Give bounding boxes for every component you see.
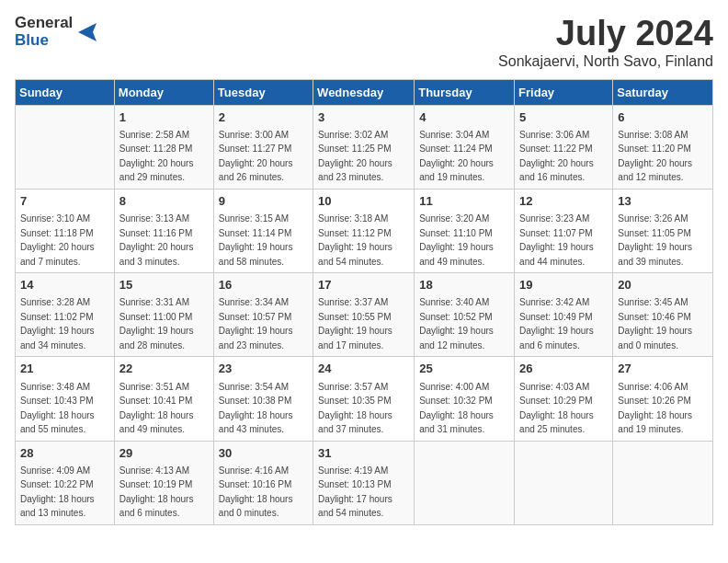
day-number: 16 (219, 277, 308, 293)
day-number: 22 (119, 361, 209, 377)
day-number: 5 (519, 109, 608, 126)
day-cell: 6Sunrise: 3:08 AM Sunset: 11:20 PM Dayli… (613, 105, 713, 189)
day-cell: 3Sunrise: 3:02 AM Sunset: 11:25 PM Dayli… (313, 105, 415, 189)
day-info: Sunrise: 3:45 AM Sunset: 10:46 PM Daylig… (618, 297, 692, 350)
day-cell: 28Sunrise: 4:09 AM Sunset: 10:22 PM Dayl… (16, 441, 115, 524)
day-cell: 17Sunrise: 3:37 AM Sunset: 10:55 PM Dayl… (313, 273, 415, 357)
day-number: 17 (318, 277, 409, 293)
day-number: 14 (20, 277, 109, 293)
day-number: 24 (318, 361, 409, 377)
header-row: SundayMondayTuesdayWednesdayThursdayFrid… (16, 79, 713, 105)
day-cell: 11Sunrise: 3:20 AM Sunset: 11:10 PM Dayl… (415, 189, 515, 272)
main-title: July 2024 (498, 15, 713, 53)
day-cell: 15Sunrise: 3:31 AM Sunset: 11:00 PM Dayl… (114, 273, 213, 357)
day-number: 2 (219, 109, 308, 126)
day-number: 13 (618, 193, 708, 210)
subtitle: Sonkajaervi, North Savo, Finland (498, 53, 713, 70)
day-cell: 14Sunrise: 3:28 AM Sunset: 11:02 PM Dayl… (16, 273, 115, 357)
day-cell: 1Sunrise: 2:58 AM Sunset: 11:28 PM Dayli… (114, 105, 213, 189)
day-number: 10 (318, 193, 409, 210)
day-info: Sunrise: 3:23 AM Sunset: 11:07 PM Daylig… (519, 213, 594, 267)
week-row-5: 28Sunrise: 4:09 AM Sunset: 10:22 PM Dayl… (16, 441, 713, 524)
col-header-saturday: Saturday (613, 79, 713, 105)
day-info: Sunrise: 3:37 AM Sunset: 10:55 PM Daylig… (318, 297, 392, 350)
day-info: Sunrise: 3:15 AM Sunset: 11:14 PM Daylig… (219, 213, 293, 267)
day-cell: 10Sunrise: 3:18 AM Sunset: 11:12 PM Dayl… (313, 189, 415, 272)
day-number: 6 (618, 109, 708, 126)
day-cell: 7Sunrise: 3:10 AM Sunset: 11:18 PM Dayli… (16, 189, 115, 272)
day-cell (415, 441, 515, 524)
day-cell: 30Sunrise: 4:16 AM Sunset: 10:16 PM Dayl… (213, 441, 313, 524)
day-info: Sunrise: 4:06 AM Sunset: 10:26 PM Daylig… (618, 382, 692, 435)
day-number: 28 (20, 445, 109, 462)
day-info: Sunrise: 3:18 AM Sunset: 11:12 PM Daylig… (318, 213, 392, 267)
day-cell: 31Sunrise: 4:19 AM Sunset: 10:13 PM Dayl… (313, 441, 415, 524)
day-number: 9 (219, 193, 308, 210)
col-header-sunday: Sunday (16, 79, 115, 105)
day-cell: 2Sunrise: 3:00 AM Sunset: 11:27 PM Dayli… (213, 105, 313, 189)
svg-marker-0 (78, 23, 97, 41)
calendar-table: SundayMondayTuesdayWednesdayThursdayFrid… (15, 79, 713, 525)
logo: General Blue (15, 15, 97, 49)
day-info: Sunrise: 4:03 AM Sunset: 10:29 PM Daylig… (519, 382, 594, 435)
day-info: Sunrise: 3:00 AM Sunset: 11:27 PM Daylig… (219, 130, 293, 183)
day-number: 8 (119, 193, 209, 210)
logo-text: General Blue (15, 15, 73, 49)
day-info: Sunrise: 3:26 AM Sunset: 11:05 PM Daylig… (618, 213, 692, 267)
day-number: 31 (318, 445, 409, 462)
day-cell: 26Sunrise: 4:03 AM Sunset: 10:29 PM Dayl… (515, 357, 613, 441)
day-info: Sunrise: 3:06 AM Sunset: 11:22 PM Daylig… (519, 130, 594, 183)
day-info: Sunrise: 3:28 AM Sunset: 11:02 PM Daylig… (20, 297, 95, 350)
day-info: Sunrise: 3:20 AM Sunset: 11:10 PM Daylig… (419, 213, 494, 267)
day-info: Sunrise: 4:09 AM Sunset: 10:22 PM Daylig… (20, 465, 95, 519)
logo-bird-icon (76, 19, 97, 45)
week-row-2: 7Sunrise: 3:10 AM Sunset: 11:18 PM Dayli… (16, 189, 713, 272)
day-cell: 12Sunrise: 3:23 AM Sunset: 11:07 PM Dayl… (515, 189, 613, 272)
col-header-tuesday: Tuesday (213, 79, 313, 105)
day-cell: 20Sunrise: 3:45 AM Sunset: 10:46 PM Dayl… (613, 273, 713, 357)
day-info: Sunrise: 2:58 AM Sunset: 11:28 PM Daylig… (119, 130, 194, 183)
day-number: 21 (20, 361, 109, 377)
col-header-wednesday: Wednesday (313, 79, 415, 105)
day-number: 18 (419, 277, 509, 293)
day-number: 27 (618, 361, 708, 377)
day-number: 29 (119, 445, 209, 462)
day-info: Sunrise: 3:04 AM Sunset: 11:24 PM Daylig… (419, 130, 494, 183)
day-info: Sunrise: 3:13 AM Sunset: 11:16 PM Daylig… (119, 213, 194, 267)
day-cell: 16Sunrise: 3:34 AM Sunset: 10:57 PM Dayl… (213, 273, 313, 357)
day-info: Sunrise: 3:08 AM Sunset: 11:20 PM Daylig… (618, 130, 692, 183)
day-cell: 5Sunrise: 3:06 AM Sunset: 11:22 PM Dayli… (515, 105, 613, 189)
day-number: 23 (219, 361, 308, 377)
week-row-3: 14Sunrise: 3:28 AM Sunset: 11:02 PM Dayl… (16, 273, 713, 357)
title-area: July 2024 Sonkajaervi, North Savo, Finla… (498, 15, 713, 70)
day-cell (613, 441, 713, 524)
week-row-1: 1Sunrise: 2:58 AM Sunset: 11:28 PM Dayli… (16, 105, 713, 189)
day-number: 30 (219, 445, 308, 462)
day-info: Sunrise: 3:54 AM Sunset: 10:38 PM Daylig… (219, 382, 293, 435)
day-cell: 22Sunrise: 3:51 AM Sunset: 10:41 PM Dayl… (114, 357, 213, 441)
day-number: 12 (519, 193, 608, 210)
day-number: 26 (519, 361, 608, 377)
day-cell: 4Sunrise: 3:04 AM Sunset: 11:24 PM Dayli… (415, 105, 515, 189)
day-cell: 21Sunrise: 3:48 AM Sunset: 10:43 PM Dayl… (16, 357, 115, 441)
day-number: 4 (419, 109, 509, 126)
day-info: Sunrise: 3:10 AM Sunset: 11:18 PM Daylig… (20, 213, 95, 267)
day-info: Sunrise: 3:34 AM Sunset: 10:57 PM Daylig… (219, 297, 293, 350)
day-info: Sunrise: 3:42 AM Sunset: 10:49 PM Daylig… (519, 297, 594, 350)
day-cell (16, 105, 115, 189)
day-info: Sunrise: 3:48 AM Sunset: 10:43 PM Daylig… (20, 382, 95, 435)
day-cell: 18Sunrise: 3:40 AM Sunset: 10:52 PM Dayl… (415, 273, 515, 357)
day-info: Sunrise: 4:19 AM Sunset: 10:13 PM Daylig… (318, 465, 392, 519)
day-cell: 19Sunrise: 3:42 AM Sunset: 10:49 PM Dayl… (515, 273, 613, 357)
day-cell: 23Sunrise: 3:54 AM Sunset: 10:38 PM Dayl… (213, 357, 313, 441)
day-number: 20 (618, 277, 708, 293)
day-number: 19 (519, 277, 608, 293)
day-number: 1 (119, 109, 209, 126)
day-cell: 29Sunrise: 4:13 AM Sunset: 10:19 PM Dayl… (114, 441, 213, 524)
week-row-4: 21Sunrise: 3:48 AM Sunset: 10:43 PM Dayl… (16, 357, 713, 441)
day-info: Sunrise: 3:31 AM Sunset: 11:00 PM Daylig… (119, 297, 194, 350)
day-cell: 27Sunrise: 4:06 AM Sunset: 10:26 PM Dayl… (613, 357, 713, 441)
day-number: 7 (20, 193, 109, 210)
day-cell: 13Sunrise: 3:26 AM Sunset: 11:05 PM Dayl… (613, 189, 713, 272)
col-header-thursday: Thursday (415, 79, 515, 105)
